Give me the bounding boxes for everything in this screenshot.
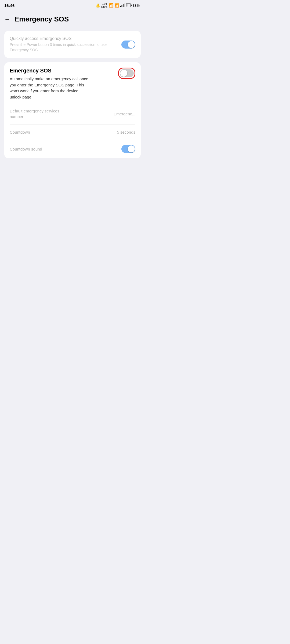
quick-access-toggle-wrapper[interactable] — [121, 41, 135, 49]
sos-text-block: Emergency SOS Automatically make an emer… — [10, 68, 90, 100]
sos-description: Automatically make an emergency call onc… — [10, 76, 90, 100]
back-button[interactable]: ← — [4, 16, 10, 23]
sos-card: Emergency SOS Automatically make an emer… — [4, 62, 141, 158]
default-number-value: Emergenc... — [114, 112, 135, 116]
quick-access-card: Quickly access Emergency SOS Press the P… — [4, 31, 141, 58]
svg-rect-2 — [123, 4, 124, 7]
quick-access-description: Press the Power button 3 times in quick … — [10, 42, 117, 53]
sos-toggle-thumb — [120, 70, 127, 77]
countdown-label: Countdown — [10, 129, 30, 135]
quick-access-title: Quickly access Emergency SOS — [10, 36, 117, 41]
countdown-row[interactable]: Countdown 5 seconds — [10, 125, 135, 140]
network-speed: 0.04 KB/S — [101, 2, 107, 8]
battery-percent: 38% — [133, 3, 140, 8]
content: Quickly access Emergency SOS Press the P… — [0, 29, 145, 160]
countdown-value: 5 seconds — [117, 130, 135, 134]
svg-rect-1 — [121, 5, 122, 7]
sos-toggle-highlight — [118, 68, 135, 79]
status-icons: 🔔 0.04 KB/S 📶 📶 38% — [96, 2, 140, 8]
signal-icon — [120, 3, 125, 7]
sos-title: Emergency SOS — [10, 68, 90, 74]
default-number-row[interactable]: Default emergency services number Emerge… — [10, 103, 135, 125]
svg-rect-0 — [120, 6, 121, 7]
wifi-icon: 📶 — [108, 3, 114, 8]
countdown-sound-toggle[interactable] — [121, 145, 135, 153]
quick-access-toggle-thumb — [128, 41, 135, 48]
call-icon: 📶 — [115, 3, 119, 8]
header: ← Emergency SOS — [0, 11, 145, 29]
battery-icon — [126, 3, 132, 7]
sos-toggle-wrapper[interactable] — [118, 68, 135, 79]
quick-access-text: Quickly access Emergency SOS Press the P… — [10, 36, 117, 53]
countdown-sound-label: Countdown sound — [10, 146, 42, 152]
sos-toggle[interactable] — [120, 69, 134, 77]
sos-main-row: Emergency SOS Automatically make an emer… — [10, 68, 135, 100]
status-bar: 16:46 🔔 0.04 KB/S 📶 📶 38% — [0, 0, 145, 11]
countdown-sound-toggle-thumb — [128, 145, 135, 152]
countdown-sound-row[interactable]: Countdown sound — [10, 140, 135, 158]
svg-rect-6 — [126, 4, 127, 7]
status-time: 16:46 — [4, 3, 15, 8]
svg-rect-5 — [131, 5, 132, 6]
alarm-icon: 🔔 — [96, 3, 100, 8]
svg-rect-3 — [124, 3, 125, 7]
countdown-sound-toggle-wrapper[interactable] — [121, 145, 135, 153]
default-number-label: Default emergency services number — [10, 108, 74, 119]
page-title: Emergency SOS — [15, 15, 69, 23]
quick-access-toggle[interactable] — [121, 41, 135, 49]
